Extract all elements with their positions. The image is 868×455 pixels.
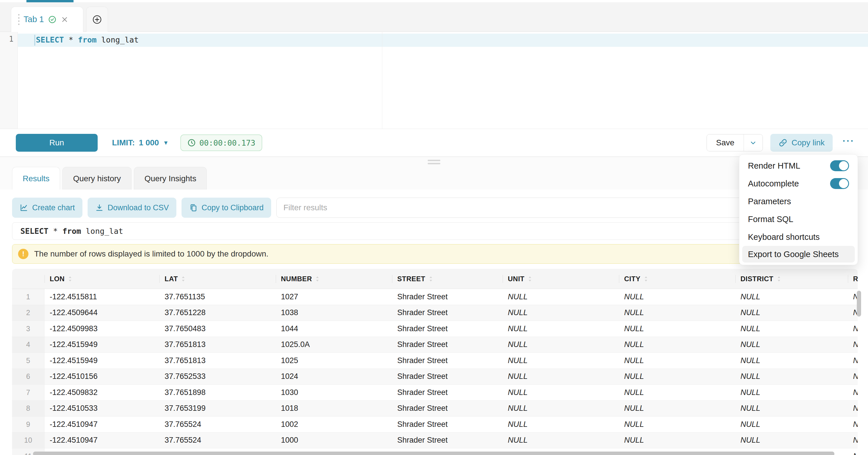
cell-lon[interactable]: -122.4510947 <box>44 417 159 432</box>
menu-item-format-sql[interactable]: Format SQL <box>739 210 858 228</box>
cell-lat[interactable]: 37.7651898 <box>159 385 276 400</box>
cell-street[interactable]: Shrader Street <box>392 369 503 385</box>
cell-unit[interactable]: NULL <box>503 401 619 417</box>
cell-lon[interactable]: -122.4515949 <box>44 337 159 353</box>
cell-lat[interactable]: 37.7651135 <box>159 289 276 305</box>
cell-district[interactable]: NULL <box>735 433 848 448</box>
cell-district[interactable]: NULL <box>735 289 848 305</box>
cell-number[interactable]: 1025.0A <box>276 337 392 353</box>
cell-region[interactable]: NULL <box>848 417 858 432</box>
column-header[interactable]: CITY <box>619 269 735 289</box>
pane-resize-handle[interactable] <box>428 160 440 166</box>
vertical-scrollbar[interactable] <box>857 291 861 316</box>
cell-lat[interactable]: 37.7653199 <box>159 401 276 417</box>
drag-dots-icon[interactable] <box>18 14 20 25</box>
cell-district[interactable]: NULL <box>735 385 848 400</box>
cell-district[interactable]: NULL <box>735 305 848 321</box>
cell-city[interactable]: NULL <box>619 289 735 305</box>
cell-city[interactable]: NULL <box>619 305 735 321</box>
cell-district[interactable]: NULL <box>735 321 848 337</box>
cell-city[interactable]: NULL <box>619 433 735 448</box>
cell-city[interactable]: NULL <box>619 353 735 368</box>
cell-street[interactable]: Shrader Street <box>392 337 503 353</box>
cell-lon[interactable]: -122.4515811 <box>44 289 159 305</box>
cell-district[interactable]: NULL <box>735 353 848 368</box>
table-row[interactable]: 1 -122.4515811 37.7651135 1027 Shrader S… <box>12 289 858 305</box>
tab-results[interactable]: Results <box>12 167 60 190</box>
cell-unit[interactable]: NULL <box>503 321 619 337</box>
table-row[interactable]: 8 -122.4510533 37.7653199 1018 Shrader S… <box>12 401 858 417</box>
cell-city[interactable]: NULL <box>619 401 735 417</box>
cell-street[interactable]: Shrader Street <box>392 385 503 400</box>
column-header[interactable]: DISTRICT <box>735 269 848 289</box>
cell-lat[interactable]: 37.7651813 <box>159 337 276 353</box>
cell-district[interactable]: NULL <box>735 337 848 353</box>
cell-lat[interactable]: 37.7651228 <box>159 305 276 321</box>
cell-number[interactable]: 1027 <box>276 289 392 305</box>
cell-lat[interactable]: 37.7650483 <box>159 321 276 337</box>
menu-item-render-html[interactable]: Render HTML <box>739 157 858 175</box>
cell-lon[interactable]: -122.4509832 <box>44 385 159 400</box>
cell-lat[interactable]: 37.765524 <box>159 417 276 432</box>
table-row[interactable]: 5 -122.4515949 37.7651813 1025 Shrader S… <box>12 353 858 369</box>
cell-district[interactable]: NULL <box>735 417 848 432</box>
cell-unit[interactable]: NULL <box>503 369 619 385</box>
cell-street[interactable]: Shrader Street <box>392 353 503 368</box>
cell-lat[interactable]: 37.765524 <box>159 433 276 448</box>
cell-unit[interactable]: NULL <box>503 417 619 432</box>
new-tab-button[interactable] <box>86 7 108 32</box>
sort-arrows-icon[interactable] <box>315 276 319 282</box>
cell-city[interactable]: NULL <box>619 337 735 353</box>
menu-item-parameters[interactable]: Parameters <box>739 192 858 210</box>
cell-lon[interactable]: -122.4510156 <box>44 369 159 385</box>
cell-unit[interactable]: NULL <box>503 305 619 321</box>
cell-region[interactable]: NULL <box>848 321 858 337</box>
cell-street[interactable]: Shrader Street <box>392 321 503 337</box>
save-menu-button[interactable] <box>744 134 763 151</box>
table-row[interactable]: 4 -122.4515949 37.7651813 1025.0A Shrade… <box>12 337 858 353</box>
autocomplete-toggle[interactable] <box>830 178 849 189</box>
cell-region[interactable]: NULL <box>848 448 858 455</box>
cell-lon[interactable]: -122.4510533 <box>44 401 159 417</box>
close-icon[interactable] <box>61 16 69 24</box>
save-button[interactable]: Save <box>707 134 744 151</box>
sort-arrows-icon[interactable] <box>777 276 781 282</box>
cell-lat[interactable]: 37.7652533 <box>159 369 276 385</box>
cell-region[interactable]: NULL <box>848 369 858 385</box>
cell-region[interactable]: NULL <box>848 353 858 368</box>
cell-region[interactable]: NULL <box>848 289 858 305</box>
table-row[interactable]: 7 -122.4509832 37.7651898 1030 Shrader S… <box>12 385 858 401</box>
column-header[interactable]: RE <box>848 269 858 289</box>
cell-street[interactable]: Shrader Street <box>392 433 503 448</box>
cell-street[interactable]: Shrader Street <box>392 305 503 321</box>
column-header[interactable] <box>12 269 44 289</box>
table-row[interactable]: 3 -122.4509983 37.7650483 1044 Shrader S… <box>12 321 858 337</box>
column-header[interactable]: UNIT <box>503 269 619 289</box>
cell-number[interactable]: 1018 <box>276 401 392 417</box>
cell-street[interactable]: Shrader Street <box>392 401 503 417</box>
create-chart-button[interactable]: Create chart <box>12 198 83 218</box>
sort-arrows-icon[interactable] <box>181 276 185 282</box>
cell-number[interactable]: 1044 <box>276 321 392 337</box>
sort-arrows-icon[interactable] <box>68 276 72 282</box>
column-header[interactable]: STREET <box>392 269 503 289</box>
cell-district[interactable]: NULL <box>735 369 848 385</box>
cell-lon[interactable]: -122.4509983 <box>44 321 159 337</box>
cell-city[interactable]: NULL <box>619 321 735 337</box>
menu-item-export-google-sheets[interactable]: Export to Google Sheets <box>742 246 855 263</box>
render-html-toggle[interactable] <box>830 160 849 171</box>
cell-number[interactable]: 1038 <box>276 305 392 321</box>
sort-arrows-icon[interactable] <box>429 276 433 282</box>
cell-number[interactable]: 1000 <box>276 433 392 448</box>
cell-city[interactable]: NULL <box>619 417 735 432</box>
cell-region[interactable]: NULL <box>848 433 858 448</box>
cell-district[interactable]: NULL <box>735 401 848 417</box>
cell-unit[interactable]: NULL <box>503 289 619 305</box>
download-csv-button[interactable]: Download to CSV <box>88 198 176 218</box>
copy-to-clipboard-button[interactable]: Copy to Clipboard <box>182 198 271 218</box>
cell-street[interactable]: Shrader Street <box>392 417 503 432</box>
cell-lat[interactable]: 37.7651813 <box>159 353 276 368</box>
column-header[interactable]: NUMBER <box>276 269 392 289</box>
cell-street[interactable]: Shrader Street <box>392 289 503 305</box>
sort-arrows-icon[interactable] <box>644 276 648 282</box>
